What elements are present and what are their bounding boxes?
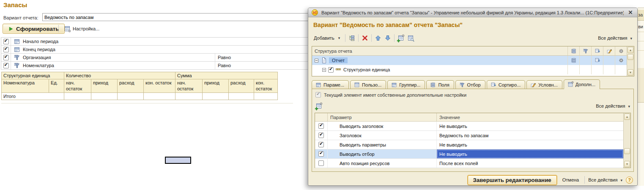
pencil-icon <box>530 82 536 88</box>
row-checkbox[interactable] <box>318 142 324 147</box>
tab-filter[interactable]: Отбор <box>455 80 485 89</box>
param-cell[interactable]: Выводить заголовок <box>328 122 437 130</box>
tab-sorting[interactable]: Сортиро... <box>487 80 526 89</box>
cancel-button[interactable]: Отмена <box>560 176 581 183</box>
tab-label: Условн... <box>538 82 558 87</box>
fields-cell-icon[interactable] <box>571 57 577 63</box>
sort-column-icon[interactable] <box>595 48 600 54</box>
column-header-cell: расход <box>229 79 254 93</box>
finish-editing-label: Завершить редактирование <box>473 177 551 183</box>
row-checkbox[interactable] <box>318 123 324 129</box>
add-button[interactable]: Добавить <box>312 35 342 41</box>
group-structure-icon[interactable] <box>348 35 355 41</box>
parameter-checkbox[interactable] <box>3 39 9 44</box>
column-header-cell: кон. остаток <box>144 79 175 93</box>
scroll-thumb[interactable] <box>624 148 630 154</box>
settings-tabs: Параме... Пользо... Группир... Поля Отбо… <box>312 79 634 89</box>
tab-parameters[interactable]: Параме... <box>312 80 349 89</box>
total-row-label: Итого <box>2 93 64 100</box>
dialog-titlebar[interactable]: 1С Вариант "Ведомость по запасам" отчета… <box>308 8 637 17</box>
tab-label: Группир... <box>399 82 420 87</box>
row-checkbox[interactable] <box>318 133 324 138</box>
filter-checkbox[interactable] <box>3 63 9 68</box>
value-cell[interactable]: Ведомость по запасам <box>437 131 623 140</box>
tab-additional[interactable]: Дополн... <box>564 79 600 89</box>
report-header-table: Структурная единица Количество Сумма Ном… <box>1 72 278 100</box>
filter-column-icon[interactable] <box>583 48 589 54</box>
report-structure-tree: Структура отчета Отчет <box>312 46 634 76</box>
filter-condition[interactable]: Равно <box>215 62 304 69</box>
param-cell[interactable]: Заголовок <box>328 131 437 140</box>
parameter-checkbox[interactable] <box>3 47 9 52</box>
table-row-selected[interactable]: Выводить отбор Не выводить <box>315 149 623 159</box>
value-cell[interactable]: После всех полей <box>437 159 623 168</box>
table-icon <box>354 82 360 88</box>
settings-column-icon[interactable] <box>618 48 624 54</box>
param-cell[interactable]: Авто позиция ресурсов <box>328 159 437 168</box>
fields-column-icon[interactable] <box>571 48 577 54</box>
footer-all-actions-button[interactable]: Все действия <box>588 177 622 182</box>
close-icon[interactable]: ✕ <box>627 9 634 16</box>
list-icon <box>430 82 436 88</box>
parameters-table-scrollbar[interactable]: ▲ ▼ <box>623 113 630 168</box>
row-checkbox[interactable] <box>318 151 324 157</box>
appearance-column-icon[interactable] <box>606 48 612 54</box>
value-cell[interactable]: Не выводить <box>437 122 623 130</box>
scroll-thumb[interactable] <box>628 54 633 60</box>
generate-report-button[interactable]: Сформировать <box>3 24 65 34</box>
param-cell[interactable]: Выводить параметры <box>328 140 437 149</box>
scroll-down-icon[interactable]: ▼ <box>628 69 633 76</box>
collapse-icon[interactable] <box>315 59 318 62</box>
value-cell[interactable]: Не выводить <box>437 149 623 158</box>
add-parameter-icon[interactable] <box>315 103 322 109</box>
filter-condition[interactable]: Равно <box>215 54 304 61</box>
parameters-table: Параметр Значение Выводить заголовок Не … <box>315 113 631 168</box>
add-settings-icon[interactable] <box>397 35 404 41</box>
table-row[interactable]: Выводить параметры Не выводить <box>315 140 623 149</box>
panel-all-actions-button[interactable]: Все действия <box>596 103 630 109</box>
delete-icon[interactable] <box>362 35 368 41</box>
help-button[interactable]: ? <box>626 176 633 184</box>
1c-logo-icon: 1С <box>312 9 318 16</box>
tab-grouping[interactable]: Группир... <box>387 80 425 89</box>
toolbar-separator <box>584 176 585 184</box>
tree-scrollbar[interactable]: ▲ ▼ <box>627 46 634 76</box>
panel-all-actions-label: Все действия <box>596 103 625 109</box>
scroll-up-icon[interactable]: ▲ <box>628 47 633 53</box>
tab-fields[interactable]: Поля <box>426 80 454 89</box>
row-checkbox[interactable] <box>318 160 324 166</box>
move-down-icon[interactable] <box>384 35 391 41</box>
tab-user-fields[interactable]: Пользо... <box>350 80 386 89</box>
tree-row-checkbox[interactable] <box>328 67 334 73</box>
value-cell[interactable]: Не выводить <box>437 140 623 149</box>
column-header-cell: Ед. <box>49 79 64 93</box>
parameters-table-header: Параметр Значение <box>315 113 623 122</box>
settings-cell-icon[interactable] <box>618 57 624 63</box>
filter-checkbox[interactable] <box>3 55 9 60</box>
sort-cell-icon[interactable] <box>595 57 600 63</box>
spreadsheet-cell-cursor[interactable] <box>165 157 191 164</box>
scroll-down-icon[interactable]: ▼ <box>624 161 630 167</box>
tree-row-report[interactable]: Отчет <box>312 56 627 65</box>
finish-editing-button[interactable]: Завершить редактирование <box>468 175 557 185</box>
collapse-icon[interactable] <box>322 68 326 72</box>
grouping-icon <box>335 66 342 73</box>
table-row[interactable]: Заголовок Ведомость по запасам <box>315 131 623 140</box>
table-row[interactable]: Выводить заголовок Не выводить <box>315 122 623 131</box>
tree-row-structural-unit[interactable]: Структурная единица <box>312 65 627 74</box>
report-area-divider <box>1 103 293 103</box>
report-settings-button[interactable]: Настройка... <box>62 24 101 33</box>
tab-conditional-appearance[interactable]: Условн... <box>526 80 562 89</box>
move-up-icon[interactable] <box>375 35 381 41</box>
value-column-header: Значение <box>437 113 623 121</box>
all-actions-button[interactable]: Все действия <box>598 35 632 41</box>
find-settings-icon[interactable] <box>407 35 414 41</box>
param-cell[interactable]: Выводить отбор <box>328 149 437 158</box>
panel-toolbar: Все действия <box>315 102 630 110</box>
report-settings-label: Настройка... <box>73 26 99 31</box>
tab-label: Отбор <box>467 82 481 87</box>
scroll-up-icon[interactable]: ▲ <box>624 114 630 120</box>
table-row[interactable]: Авто позиция ресурсов После всех полей <box>315 159 623 168</box>
tree-header: Структура отчета <box>312 46 634 56</box>
own-settings-checkbox <box>315 92 321 98</box>
